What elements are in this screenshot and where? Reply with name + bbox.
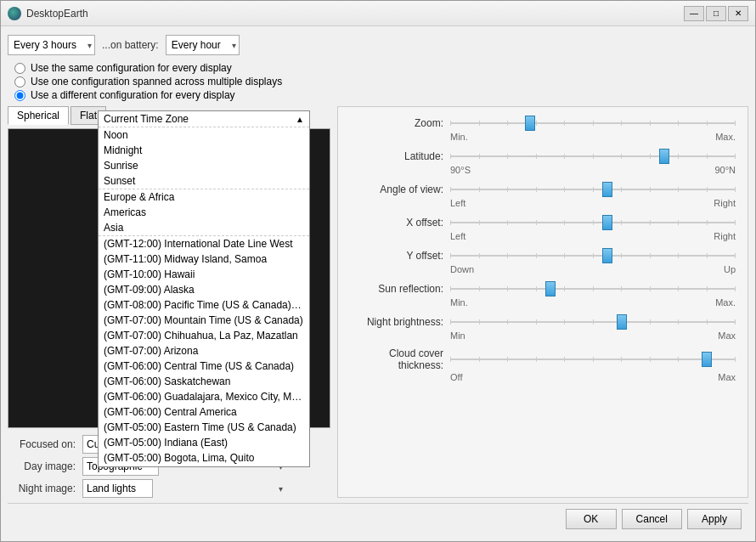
slider-max-label-7: Max <box>718 372 736 382</box>
night-image-dropdown[interactable]: Land lights <box>82 479 153 498</box>
slider-min-label-5: Min. <box>450 297 468 308</box>
slider-label-0: Zoom: <box>350 117 443 129</box>
slider-thumb-3[interactable] <box>602 215 612 230</box>
top-row: Every 3 hours ...on battery: Every hour <box>8 33 748 57</box>
slider-thumb-0[interactable] <box>525 116 535 131</box>
slider-label-5: Sun reflection: <box>350 283 443 295</box>
slider-max-label-1: 90°N <box>714 165 736 175</box>
slider-min-label-3: Left <box>450 231 465 241</box>
dropdown-item-8[interactable]: (GMT-11:00) Midway Island, Samoa <box>99 251 309 267</box>
ok-button[interactable]: OK <box>566 509 617 529</box>
slider-row-6: Night brightness:MinMax <box>350 314 736 341</box>
slider-thumb-2[interactable] <box>602 182 612 197</box>
slider-track-container-2[interactable] <box>450 182 736 197</box>
dropdown-item-22[interactable]: (GMT-04:00) Atlantic Time (Canada) <box>99 466 309 467</box>
slider-track-container-5[interactable] <box>450 281 736 296</box>
radio-spanned-config[interactable]: Use one configuration spanned across mul… <box>14 76 748 88</box>
slider-row-5: Sun reflection:Min.Max. <box>350 281 736 308</box>
dropdown-item-11[interactable]: (GMT-08:00) Pacific Time (US & Canada); … <box>99 297 309 313</box>
slider-track-container-3[interactable] <box>450 215 736 230</box>
update-frequency-wrapper: Every 3 hours <box>8 35 95 55</box>
slider-min-label-1: 90°S <box>450 165 471 175</box>
display-config-group: Use the same configuration for every dis… <box>8 62 748 101</box>
slider-thumb-5[interactable] <box>545 281 556 296</box>
slider-track-3 <box>450 222 736 223</box>
dropdown-item-17[interactable]: (GMT-06:00) Guadalajara, Mexico City, Mo… <box>99 389 309 404</box>
slider-track-container-6[interactable] <box>450 314 736 330</box>
slider-label-row-5: Sun reflection: <box>350 281 736 296</box>
radio-same-config-label: Use the same configuration for every dis… <box>31 62 232 74</box>
window-controls: — □ ✕ <box>684 6 748 21</box>
radio-different-config-input[interactable] <box>14 90 25 101</box>
radio-different-config[interactable]: Use a different configuration for every … <box>14 89 748 101</box>
slider-row-2: Angle of view:LeftRight <box>350 182 736 208</box>
dropdown-item-12[interactable]: (GMT-07:00) Mountain Time (US & Canada) <box>99 313 309 328</box>
tab-spherical[interactable]: Spherical <box>8 106 69 125</box>
battery-frequency-dropdown[interactable]: Every hour <box>166 35 240 55</box>
apply-button[interactable]: Apply <box>687 509 742 529</box>
battery-label: ...on battery: <box>102 39 159 51</box>
slider-label-2: Angle of view: <box>350 183 443 195</box>
slider-track-container-4[interactable] <box>450 248 736 263</box>
slider-min-label-4: Down <box>450 264 474 274</box>
slider-row-4: Y offset:DownUp <box>350 248 736 274</box>
slider-max-label-5: Max. <box>715 297 736 308</box>
slider-track-container-7[interactable] <box>450 352 736 367</box>
slider-thumb-7[interactable] <box>702 352 712 367</box>
dropdown-item-3[interactable]: Sunset <box>99 173 309 189</box>
radio-same-config-input[interactable] <box>14 63 25 74</box>
maximize-button[interactable]: □ <box>706 6 726 21</box>
battery-frequency-wrapper: Every hour <box>166 35 240 55</box>
slider-track-container-1[interactable] <box>450 149 736 164</box>
dropdown-item-19[interactable]: (GMT-05:00) Eastern Time (US & Canada) <box>99 420 309 435</box>
slider-track-container-0[interactable] <box>450 116 736 131</box>
slider-label-1: Latitude: <box>350 150 443 162</box>
radio-spanned-config-input[interactable] <box>14 76 25 88</box>
slider-label-3: X offset: <box>350 217 443 229</box>
radio-spanned-config-label: Use one configuration spanned across mul… <box>31 76 282 88</box>
dropdown-item-18[interactable]: (GMT-06:00) Central America <box>99 404 309 420</box>
slider-row-3: X offset:LeftRight <box>350 215 736 241</box>
dropdown-item-14[interactable]: (GMT-07:00) Arizona <box>99 343 309 359</box>
dropdown-item-4[interactable]: Europe & Africa <box>99 189 309 205</box>
dropdown-item-21[interactable]: (GMT-05:00) Bogota, Lima, Quito <box>99 450 309 466</box>
slider-max-label-0: Max. <box>715 132 736 142</box>
slider-thumb-6[interactable] <box>617 314 627 330</box>
slider-track-1 <box>450 155 736 157</box>
close-button[interactable]: ✕ <box>728 6 748 21</box>
dropdown-item-0[interactable]: Noon <box>99 127 309 143</box>
night-image-label: Night image: <box>8 483 76 494</box>
slider-max-label-2: Right <box>714 198 736 208</box>
slider-label-4: Y offset: <box>350 250 443 262</box>
dropdown-item-6[interactable]: Asia <box>99 220 309 236</box>
dropdown-item-15[interactable]: (GMT-06:00) Central Time (US & Canada) <box>99 359 309 374</box>
slider-label-row-0: Zoom: <box>350 116 736 131</box>
slider-label-row-7: Cloud cover thickness: <box>350 347 736 371</box>
slider-track-5 <box>450 288 736 290</box>
minimize-button[interactable]: — <box>684 6 704 21</box>
slider-label-row-6: Night brightness: <box>350 314 736 330</box>
dropdown-item-13[interactable]: (GMT-07:00) Chihuahua, La Paz, Mazatlan <box>99 328 309 343</box>
dropdown-item-1[interactable]: Midnight <box>99 143 309 158</box>
slider-min-label-7: Off <box>450 372 462 382</box>
main-window: DesktopEarth — □ ✕ Every 3 hours ...on b… <box>0 0 756 542</box>
slider-max-label-6: Max <box>718 330 736 341</box>
slider-thumb-4[interactable] <box>602 248 612 263</box>
night-image-wrapper: Land lights <box>82 479 286 498</box>
dropdown-item-5[interactable]: Americas <box>99 205 309 220</box>
dropdown-header[interactable]: Current Time Zone▲ <box>99 111 309 127</box>
dropdown-item-2[interactable]: Sunrise <box>99 158 309 173</box>
radio-same-config[interactable]: Use the same configuration for every dis… <box>14 62 748 74</box>
dropdown-item-16[interactable]: (GMT-06:00) Saskatchewan <box>99 374 309 389</box>
cancel-button[interactable]: Cancel <box>622 509 682 529</box>
slider-min-label-6: Min <box>450 330 465 341</box>
dropdown-item-10[interactable]: (GMT-09:00) Alaska <box>99 282 309 297</box>
slider-row-7: Cloud cover thickness:OffMax <box>350 347 736 382</box>
update-frequency-dropdown[interactable]: Every 3 hours <box>8 35 95 55</box>
dropdown-item-7[interactable]: (GMT-12:00) International Date Line West <box>99 236 309 251</box>
slider-track-2 <box>450 189 736 190</box>
slider-thumb-1[interactable] <box>659 149 669 164</box>
dropdown-item-20[interactable]: (GMT-05:00) Indiana (East) <box>99 435 309 450</box>
dropdown-item-9[interactable]: (GMT-10:00) Hawaii <box>99 267 309 282</box>
timezone-dropdown-list[interactable]: Current Time Zone▲NoonMidnightSunriseSun… <box>98 110 310 467</box>
